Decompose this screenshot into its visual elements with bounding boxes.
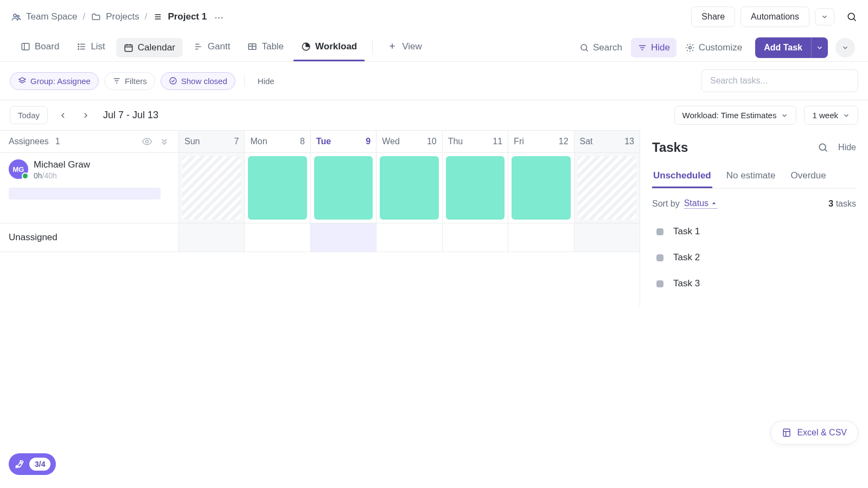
day-header: Sun7: [179, 131, 245, 152]
calendar-icon: [124, 43, 133, 53]
breadcrumb-projects[interactable]: Projects: [91, 11, 139, 22]
rocket-icon: [14, 459, 25, 470]
table-icon: [247, 42, 257, 52]
export-button[interactable]: Excel & CSV: [770, 421, 858, 445]
customize-link[interactable]: Customize: [679, 37, 749, 59]
assignee-row[interactable]: MG Michael Graw 0h/40h: [9, 159, 170, 180]
assignees-header: Assignees 1: [0, 131, 179, 152]
workload-grid: Assignees 1 Sun7Mon8Tue9Wed10Thu11Fri12S…: [0, 130, 640, 306]
assignee-name: Michael Graw: [34, 159, 90, 170]
task-item[interactable]: Task 2: [652, 245, 856, 271]
sort-field[interactable]: Status: [684, 198, 717, 209]
tab-no-estimate[interactable]: No estimate: [725, 165, 777, 188]
spreadsheet-icon: [782, 428, 792, 438]
workload-cell[interactable]: [376, 153, 442, 223]
weekend-block: [182, 156, 241, 220]
workload-cell[interactable]: [179, 223, 245, 252]
workload-cell[interactable]: [245, 153, 310, 223]
workload-cell[interactable]: [311, 153, 376, 223]
tab-table[interactable]: Table: [240, 34, 291, 61]
workload-cell[interactable]: [245, 223, 310, 252]
add-view-button[interactable]: View: [380, 34, 430, 61]
tab-workload[interactable]: Workload: [293, 34, 365, 61]
day-header: Wed10: [376, 131, 442, 152]
collapse-icon[interactable]: [159, 136, 170, 147]
eye-icon[interactable]: [142, 136, 152, 147]
breadcrumb-more[interactable]: ···: [212, 11, 226, 23]
span-select[interactable]: 1 week: [804, 106, 858, 125]
workload-mode-select[interactable]: Workload: Time Estimates: [674, 106, 797, 125]
bullet-list-icon: [76, 42, 86, 52]
sort-label: Sort by: [652, 199, 680, 209]
svg-point-12: [146, 140, 149, 143]
group-chip[interactable]: Group: Assignee: [10, 72, 99, 90]
svg-rect-15: [783, 429, 790, 436]
add-task-button[interactable]: Add Task: [755, 37, 811, 58]
prev-week-button[interactable]: [55, 108, 71, 123]
tab-board[interactable]: Board: [13, 34, 67, 61]
capacity-block: [248, 156, 307, 220]
svg-rect-7: [125, 44, 132, 51]
breadcrumb-sep: /: [145, 11, 148, 22]
breadcrumb-space-label: Team Space: [26, 11, 78, 22]
day-header: Sat13: [575, 131, 640, 152]
breadcrumb-space[interactable]: Team Space: [11, 11, 78, 22]
overflow-button[interactable]: [835, 38, 855, 57]
workload-cell[interactable]: [508, 223, 574, 252]
task-title: Task 1: [673, 226, 700, 237]
day-header: Tue9: [311, 131, 376, 152]
svg-point-2: [848, 13, 854, 20]
workload-cell[interactable]: [575, 153, 640, 223]
svg-point-5: [78, 46, 79, 47]
avatar: MG: [9, 159, 28, 179]
workload-cell[interactable]: [443, 153, 508, 223]
today-button[interactable]: Today: [10, 106, 48, 124]
team-icon: [11, 11, 22, 22]
day-header: Mon8: [245, 131, 310, 152]
workload-cell[interactable]: [179, 153, 245, 223]
tasks-panel: Tasks Hide Unscheduled No estimate Overd…: [640, 130, 868, 306]
workload-cell[interactable]: [376, 223, 442, 252]
list-icon: [152, 11, 163, 22]
svg-point-6: [78, 49, 79, 50]
breadcrumb-current[interactable]: Project 1: [152, 11, 207, 22]
show-closed-chip[interactable]: Show closed: [161, 72, 235, 90]
svg-point-11: [170, 78, 176, 84]
tab-calendar[interactable]: Calendar: [116, 38, 183, 57]
capacity-bar: [9, 188, 161, 200]
search-link[interactable]: Search: [573, 37, 629, 59]
task-item[interactable]: Task 1: [652, 219, 856, 245]
search-input[interactable]: [701, 69, 858, 92]
tab-unscheduled[interactable]: Unscheduled: [652, 165, 712, 188]
automations-button[interactable]: Automations: [741, 7, 809, 27]
panel-search-icon[interactable]: [818, 142, 828, 153]
hide-filter-link[interactable]: Hide: [253, 73, 279, 89]
share-button[interactable]: Share: [691, 7, 735, 27]
svg-rect-3: [22, 43, 29, 50]
panel-title: Tasks: [652, 140, 688, 155]
global-search-icon[interactable]: [846, 11, 857, 22]
automations-chevron[interactable]: [815, 8, 834, 25]
weekend-block: [578, 156, 636, 220]
panel-hide-link[interactable]: Hide: [838, 143, 856, 152]
task-item[interactable]: Task 3: [652, 271, 856, 297]
tab-list[interactable]: List: [69, 34, 112, 61]
tab-overdue[interactable]: Overdue: [789, 165, 827, 188]
workload-cell[interactable]: [508, 153, 574, 223]
breadcrumb-projects-label: Projects: [106, 11, 139, 22]
workload-cell[interactable]: [311, 223, 376, 252]
task-title: Task 3: [673, 278, 700, 289]
workload-cell[interactable]: [575, 223, 640, 252]
folder-icon: [91, 11, 101, 22]
svg-point-14: [20, 462, 22, 464]
next-week-button[interactable]: [78, 108, 93, 123]
add-task-chevron[interactable]: [811, 37, 828, 58]
unassigned-row[interactable]: Unassigned: [0, 223, 179, 252]
day-header: Thu11: [443, 131, 508, 152]
workload-cell[interactable]: [443, 223, 508, 252]
onboarding-pill[interactable]: 3/4: [9, 453, 56, 475]
hide-link[interactable]: Hide: [631, 38, 676, 57]
view-tabs: Board List Calendar Gantt Table Workload…: [0, 34, 868, 62]
tab-gantt[interactable]: Gantt: [186, 34, 238, 61]
filters-chip[interactable]: Filters: [104, 72, 155, 90]
